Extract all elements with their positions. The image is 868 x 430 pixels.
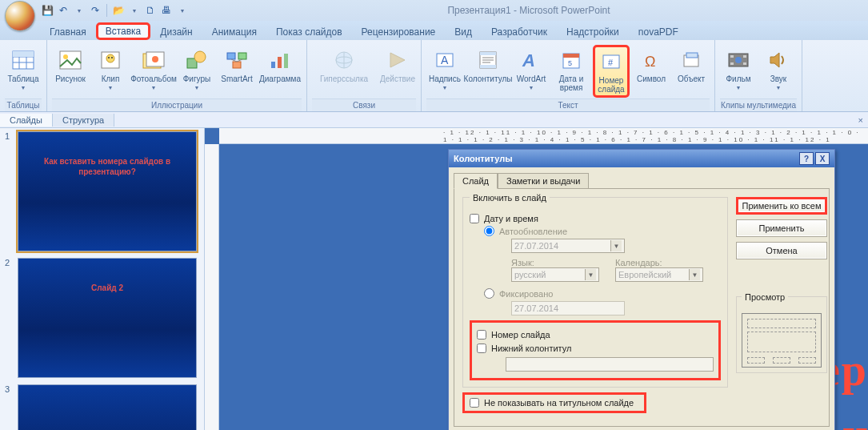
group-label: Иллюстрации	[52, 98, 302, 111]
tab-home[interactable]: Главная	[40, 23, 96, 40]
btn-sound[interactable]: Звук▼	[760, 45, 797, 93]
cancel-button[interactable]: Отмена	[736, 242, 827, 259]
ribbon-tabs: Главная Вставка Дизайн Анимация Показ сл…	[0, 21, 868, 40]
radio[interactable]	[484, 226, 494, 236]
clip-icon	[98, 47, 123, 73]
dd-value: Европейский	[618, 270, 671, 279]
group-label: Текст	[426, 98, 710, 111]
btn-photoalbum[interactable]: Фотоальбом▼	[132, 45, 175, 93]
office-button[interactable]	[5, 1, 35, 31]
title-bar: 💾 ↶ ▼ ↷ 📂 ▼ 🗋 🖶 ▼ Презентация1 - Microso…	[0, 0, 868, 21]
checkbox[interactable]	[470, 214, 479, 223]
print-icon[interactable]: 🖶	[159, 3, 174, 18]
btn-label: Колонтитулы	[464, 74, 513, 83]
btn-label: Символ	[637, 74, 666, 83]
fieldset-include: Включить в слайд Дату и время Автообновл…	[462, 197, 728, 388]
btn-movie[interactable]: Фильм▼	[720, 45, 757, 93]
radio-fixed[interactable]: Фиксировано	[484, 288, 721, 299]
panel-tab-slides[interactable]: Слайды	[0, 114, 53, 127]
qat-customize[interactable]: ▼	[175, 3, 190, 18]
btn-datetime[interactable]: 5Дата и время	[553, 45, 590, 94]
checkbox[interactable]	[477, 330, 486, 340]
tab-addins[interactable]: Надстройки	[557, 23, 629, 40]
close-button[interactable]: X	[815, 152, 830, 165]
checkbox[interactable]	[477, 344, 486, 353]
preview-slide	[742, 313, 822, 368]
dialog-titlebar[interactable]: Колонтитулы ? X	[449, 150, 834, 167]
svg-rect-21	[278, 57, 282, 68]
checkbox[interactable]	[470, 398, 479, 408]
radio[interactable]	[484, 288, 494, 299]
btn-picture[interactable]: Рисунок	[52, 45, 89, 86]
radio-auto[interactable]: Автообновление	[484, 226, 721, 236]
chk-footer[interactable]: Нижний колонтитул	[477, 344, 714, 353]
open-dropdown[interactable]: ▼	[127, 3, 142, 18]
svg-rect-22	[284, 54, 288, 68]
tab-design[interactable]: Дизайн	[150, 23, 202, 40]
thumb-row: 3	[5, 384, 199, 430]
tab-slideshow[interactable]: Показ слайдов	[266, 23, 352, 40]
picture-icon	[58, 47, 83, 73]
btn-clip[interactable]: Клип▼	[92, 45, 129, 93]
tab-review[interactable]: Рецензирование	[352, 23, 446, 40]
btn-label: Фильм	[726, 74, 750, 83]
btn-symbol[interactable]: ΩСимвол	[633, 45, 670, 86]
dialog-tab-notes[interactable]: Заметки и выдачи	[498, 173, 589, 189]
btn-headerfooter[interactable]: Колонтитулы	[466, 45, 510, 86]
radio-label: Автообновление	[499, 227, 567, 236]
btn-object[interactable]: Объект	[673, 45, 710, 86]
btn-shapes[interactable]: Фигуры▼	[178, 45, 215, 93]
tab-animation[interactable]: Анимация	[202, 23, 266, 40]
cal-dropdown[interactable]: Европейский▼	[615, 267, 703, 282]
group-label: Клипы мультимедиа	[720, 98, 797, 111]
chk-datetime[interactable]: Дату и время	[470, 214, 721, 223]
cal-label: Календарь:	[615, 258, 703, 267]
ribbon: Таблица▼ Таблицы Рисунок Клип▼ Фотоальбо…	[0, 40, 868, 112]
save-icon[interactable]: 💾	[40, 3, 54, 18]
thumb-number: 1	[5, 131, 13, 251]
headerfooter-icon	[475, 47, 501, 73]
btn-textbox[interactable]: AНадпись▼	[426, 45, 463, 93]
apply-button[interactable]: Применить	[736, 219, 827, 237]
slide-thumb-2[interactable]: Слайд 2	[18, 258, 197, 378]
btn-label: Таблица	[7, 74, 38, 83]
tab-developer[interactable]: Разработчик	[482, 23, 557, 40]
slide-thumb-1[interactable]: Как вставить номера слайдов в презентаци…	[18, 131, 197, 251]
btn-action[interactable]: Действие	[379, 45, 416, 86]
group-tables: Таблица▼ Таблицы	[0, 40, 47, 111]
svg-point-9	[106, 54, 114, 62]
open-icon[interactable]: 📂	[111, 3, 126, 18]
undo-dropdown[interactable]: ▼	[72, 3, 86, 18]
redo-icon[interactable]: ↷	[88, 3, 102, 18]
lang-dropdown[interactable]: русский▼	[511, 267, 599, 282]
vertical-ruler	[205, 144, 219, 430]
fixed-input[interactable]: 27.07.2014	[511, 301, 625, 315]
group-media: Фильм▼ Звук▼ Клипы мультимедиа	[715, 40, 802, 111]
btn-chart[interactable]: Диаграмма	[258, 45, 302, 86]
btn-wordart[interactable]: AWordArt▼	[513, 45, 550, 93]
date-dropdown[interactable]: 27.07.2014▼	[511, 239, 625, 253]
btn-label: SmartArt	[221, 74, 252, 83]
lang-label: Язык:	[511, 258, 599, 267]
panel-close-icon[interactable]: ×	[854, 115, 868, 125]
svg-marker-26	[390, 53, 405, 67]
footer-input[interactable]	[506, 357, 714, 372]
btn-smartart[interactable]: SmartArt	[218, 45, 255, 86]
tab-novapdf[interactable]: novaPDF	[629, 23, 688, 40]
chk-slidenum[interactable]: Номер слайда	[477, 330, 714, 340]
tab-view[interactable]: Вид	[445, 23, 482, 40]
svg-point-10	[108, 57, 110, 58]
new-icon[interactable]: 🗋	[143, 3, 158, 18]
btn-table[interactable]: Таблица▼	[5, 45, 42, 93]
btn-slidenumber[interactable]: #Номер слайда	[593, 45, 630, 98]
dialog-tab-slide[interactable]: Слайд	[454, 173, 498, 189]
chk-notitle[interactable]: Не показывать на титульном слайде	[462, 392, 646, 413]
undo-icon[interactable]: ↶	[56, 3, 70, 18]
slide-thumb-3[interactable]	[18, 384, 197, 430]
apply-all-button[interactable]: Применить ко всем	[736, 197, 827, 215]
highlighted-checkboxes: Номер слайда Нижний колонтитул	[470, 320, 721, 380]
help-button[interactable]: ?	[799, 152, 814, 165]
panel-tab-outline[interactable]: Структура	[53, 114, 114, 127]
tab-insert[interactable]: Вставка	[96, 22, 151, 40]
btn-hyperlink[interactable]: Гиперссылка	[312, 45, 376, 86]
